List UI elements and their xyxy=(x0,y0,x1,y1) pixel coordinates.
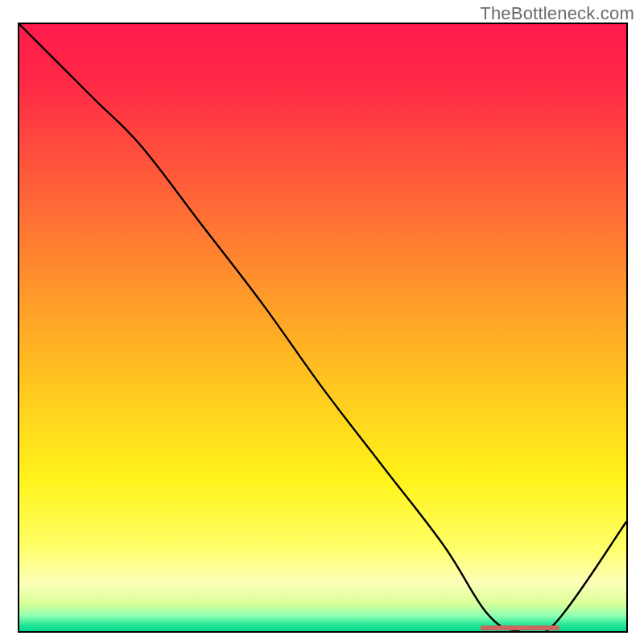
plot-frame xyxy=(18,23,628,633)
watermark-text: TheBottleneck.com xyxy=(480,3,634,24)
bottleneck-curve xyxy=(19,24,626,631)
optimal-range-marker xyxy=(481,625,559,630)
chart-container: TheBottleneck.com xyxy=(0,0,644,644)
svg-rect-1 xyxy=(481,625,559,630)
